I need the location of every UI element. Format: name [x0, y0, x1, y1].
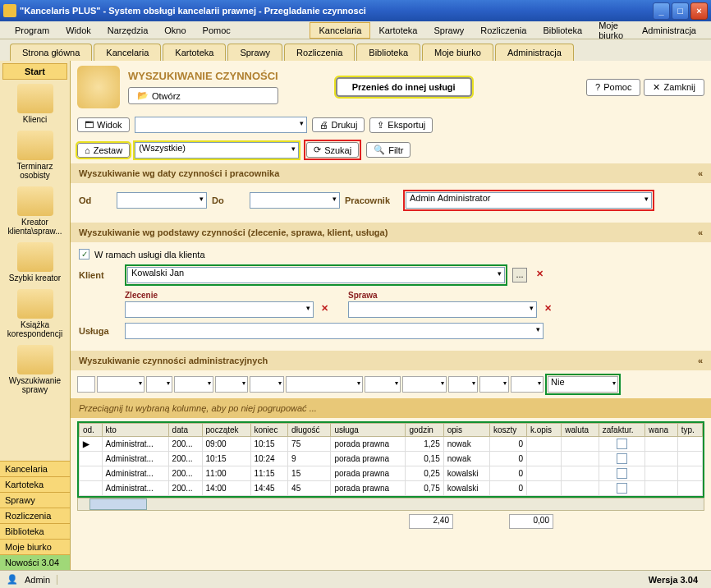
invoiced-checkbox[interactable]: [617, 453, 627, 464]
sidebar-bottom-biblioteka[interactable]: Biblioteka: [0, 523, 70, 539]
column-header[interactable]: data: [168, 424, 202, 437]
menu-item-pomoc[interactable]: Pomoc: [195, 23, 239, 38]
tab-strona-główna[interactable]: Strona główna: [10, 44, 92, 61]
start-button[interactable]: Start: [2, 63, 67, 80]
column-header[interactable]: waluta: [562, 424, 599, 437]
invoiced-checkbox[interactable]: [617, 439, 627, 449]
help-button[interactable]: ?Pomoc: [586, 79, 640, 96]
collapse-icon[interactable]: «: [698, 227, 703, 237]
menu-item-narzędzia[interactable]: Narzędzia: [99, 23, 157, 38]
sidebar-item[interactable]: Książka korespondencji: [5, 289, 65, 338]
date-from-input[interactable]: [117, 192, 207, 209]
table-row[interactable]: Administrat...200...14:0014:4545porada p…: [80, 481, 703, 496]
sidebar-item[interactable]: Szybki kreator: [5, 242, 65, 283]
menu-item-kancelaria[interactable]: Kancelaria: [310, 22, 370, 39]
table-row[interactable]: Administrat...200...10:1510:249porada pr…: [80, 452, 703, 466]
maximize-button[interactable]: □: [672, 2, 689, 20]
table-row[interactable]: Administrat...200...11:0011:1515porada p…: [80, 466, 703, 481]
sidebar-bottom-moje biurko[interactable]: Moje biurko: [0, 539, 70, 554]
order-clear-button[interactable]: ✕: [317, 302, 332, 317]
print-button[interactable]: 🖨Drukuj: [312, 117, 365, 132]
column-header[interactable]: długość: [288, 424, 331, 437]
minimize-button[interactable]: _: [653, 2, 670, 20]
invoiced-checkbox[interactable]: [617, 468, 627, 479]
table-row[interactable]: ▶Administrat...200...09:0010:1575porada …: [80, 437, 703, 452]
tab-sprawy[interactable]: Sprawy: [227, 44, 282, 61]
menu-item-biblioteka[interactable]: Biblioteka: [534, 23, 590, 38]
horizontal-scrollbar[interactable]: [77, 498, 704, 511]
client-browse-button[interactable]: ...: [512, 268, 527, 283]
menu-item-moje biurko[interactable]: Moje biurko: [590, 18, 634, 43]
sidebar-item[interactable]: Wyszukiwanie sprawy: [5, 345, 65, 394]
view-button[interactable]: 🗔Widok: [77, 117, 130, 132]
column-header[interactable]: k.opis: [526, 424, 561, 437]
sidebar-bottom-rozliczenia[interactable]: Rozliczenia: [0, 508, 70, 523]
column-header[interactable]: zafaktur.: [599, 424, 644, 437]
sidebar-bottom-sprawy[interactable]: Sprawy: [0, 492, 70, 508]
menu-item-kartoteka[interactable]: Kartoteka: [370, 23, 425, 38]
open-button[interactable]: 📂Otwórz: [128, 87, 278, 104]
tab-kartoteka[interactable]: Kartoteka: [163, 44, 226, 61]
collapse-icon[interactable]: «: [698, 356, 703, 365]
column-header[interactable]: koszty: [490, 424, 527, 437]
column-header[interactable]: godzin: [406, 424, 443, 437]
client-scope-checkbox[interactable]: ✓: [79, 249, 89, 260]
set-select[interactable]: (Wszystkie): [135, 142, 299, 158]
set-button[interactable]: ⌂Zestaw: [77, 143, 130, 158]
column-header[interactable]: od.: [80, 424, 103, 437]
sidebar-item[interactable]: Kreator klienta\spraw...: [5, 186, 65, 236]
tab-moje-biurko[interactable]: Moje biurko: [422, 44, 493, 61]
filter-cell[interactable]: [215, 376, 248, 393]
filter-cell[interactable]: [77, 376, 95, 393]
column-header[interactable]: koniec: [250, 424, 288, 437]
sidebar-item[interactable]: Klienci: [5, 84, 65, 124]
filter-cell[interactable]: [146, 376, 172, 393]
column-header[interactable]: opis: [443, 424, 489, 437]
invoiced-checkbox[interactable]: [617, 483, 627, 494]
client-select[interactable]: Kowalski Jan: [127, 267, 505, 283]
menu-item-administracja[interactable]: Administracja: [634, 23, 704, 38]
menu-item-rozliczenia[interactable]: Rozliczenia: [472, 23, 534, 38]
results-grid[interactable]: od.ktodatapoczątekkoniecdługośćusługagod…: [77, 421, 704, 498]
filter-cell[interactable]: [286, 376, 363, 393]
column-header[interactable]: wana: [645, 424, 678, 437]
view-select[interactable]: [135, 117, 307, 133]
filter-invoiced-cell[interactable]: Nie: [548, 376, 618, 393]
case-clear-button[interactable]: ✕: [540, 302, 555, 317]
close-button[interactable]: ✕Zamknij: [644, 79, 704, 96]
tab-rozliczenia[interactable]: Rozliczenia: [284, 44, 355, 61]
tab-administracja[interactable]: Administracja: [495, 44, 574, 61]
transfer-service-button[interactable]: Przenieś do innej usługi: [336, 77, 472, 97]
menu-item-program[interactable]: Program: [7, 23, 57, 38]
worker-select[interactable]: Admin Administrator: [406, 192, 652, 209]
filter-cell[interactable]: [448, 376, 478, 393]
filter-cell[interactable]: [250, 376, 284, 393]
order-select[interactable]: [125, 301, 314, 318]
filter-cell[interactable]: [97, 376, 144, 393]
export-button[interactable]: ⇪Eksportuj: [369, 117, 433, 133]
close-window-button[interactable]: ×: [690, 2, 708, 20]
menu-item-sprawy[interactable]: Sprawy: [426, 23, 473, 38]
news-button[interactable]: Nowości 3.04: [0, 554, 70, 570]
search-button[interactable]: ⟳Szukaj: [306, 142, 359, 158]
sidebar-bottom-kartoteka[interactable]: Kartoteka: [0, 476, 70, 492]
column-header[interactable]: usługa: [331, 424, 406, 437]
date-to-input[interactable]: [250, 192, 340, 209]
filter-cell[interactable]: [402, 376, 447, 393]
filter-cell[interactable]: [365, 376, 401, 393]
tab-biblioteka[interactable]: Biblioteka: [356, 44, 420, 61]
service-select[interactable]: [125, 323, 544, 339]
filter-cell[interactable]: [479, 376, 509, 393]
case-select[interactable]: [348, 301, 537, 318]
sidebar-bottom-kancelaria[interactable]: Kancelaria: [0, 461, 70, 476]
menu-item-widok[interactable]: Widok: [57, 23, 99, 38]
filter-cell[interactable]: [511, 376, 544, 393]
client-clear-button[interactable]: ✕: [532, 268, 547, 283]
filter-cell[interactable]: [174, 376, 213, 393]
filter-button[interactable]: 🔍Filtr: [366, 142, 411, 158]
collapse-icon[interactable]: «: [698, 168, 703, 178]
column-header[interactable]: początek: [202, 424, 250, 437]
sidebar-item[interactable]: Terminarz osobisty: [5, 131, 65, 180]
menu-item-okno[interactable]: Okno: [156, 23, 194, 38]
column-header[interactable]: typ.: [677, 424, 702, 437]
